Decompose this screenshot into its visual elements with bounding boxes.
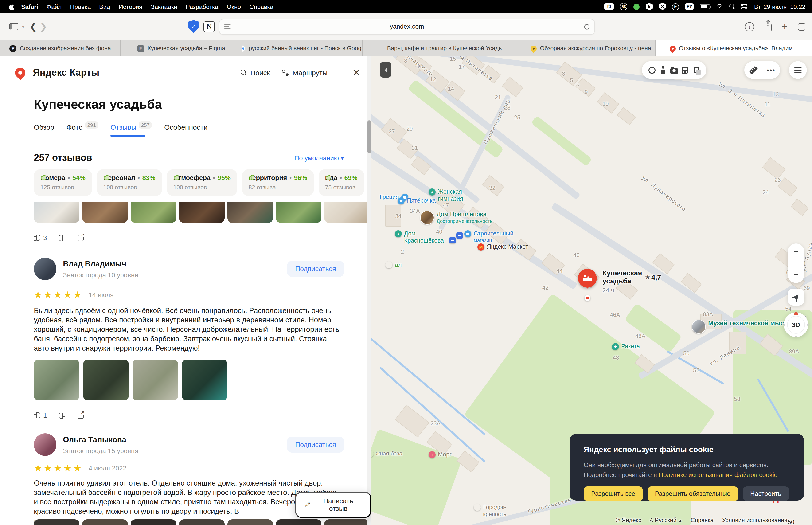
search-button[interactable]: Поиск bbox=[241, 69, 270, 77]
reviewer-name[interactable]: Ольга Талыкова bbox=[63, 435, 138, 444]
review-photo[interactable] bbox=[131, 201, 176, 223]
place-tab[interactable]: Отзывы 257 bbox=[110, 123, 152, 139]
map-poi[interactable]: Яндекс Маркет bbox=[477, 243, 528, 251]
more-tools-icon[interactable]: ••• bbox=[766, 65, 776, 75]
menubar-clock[interactable]: Вт, 29 июля 10:22 bbox=[754, 3, 806, 10]
menu-view[interactable]: Вид bbox=[95, 3, 114, 10]
review-photo[interactable] bbox=[182, 360, 227, 401]
review-photo[interactable] bbox=[179, 519, 225, 525]
review-photo[interactable] bbox=[34, 519, 79, 525]
place-tab[interactable]: Обзор bbox=[34, 123, 54, 139]
menu-help[interactable]: Справка bbox=[245, 3, 278, 10]
browser-tab[interactable]: ✱ Создание изображения без фона bbox=[0, 41, 121, 56]
status-green-icon[interactable] bbox=[634, 3, 640, 10]
language-selector[interactable]: А Русский ▲ bbox=[650, 517, 682, 524]
dislike-button[interactable] bbox=[59, 235, 65, 241]
scrollbar-thumb[interactable] bbox=[367, 120, 370, 153]
menu-bookmarks[interactable]: Закладки bbox=[147, 3, 182, 10]
review-photo[interactable] bbox=[276, 519, 321, 525]
zoom-in-button[interactable]: + bbox=[794, 247, 799, 256]
menu-edit[interactable]: Правка bbox=[66, 3, 95, 10]
like-button[interactable] bbox=[34, 235, 40, 241]
control-center-icon[interactable] bbox=[741, 3, 748, 10]
yandex-maps-logo-icon[interactable] bbox=[13, 65, 28, 80]
url-text[interactable]: yandex.com bbox=[390, 23, 424, 30]
share-review-button[interactable] bbox=[78, 412, 83, 419]
map-poi[interactable]: Городок- крепость bbox=[474, 504, 506, 518]
panoramas-icon[interactable] bbox=[658, 65, 668, 75]
copyright[interactable]: © Яндекс bbox=[616, 517, 641, 524]
aspect-chip[interactable]: Атмосфера • 95% 100 отзывов bbox=[167, 169, 237, 196]
avatar[interactable] bbox=[34, 258, 56, 280]
password-manager-icon[interactable]: ⚿ bbox=[604, 3, 614, 10]
help-link[interactable]: Справка bbox=[691, 517, 714, 524]
review-photo[interactable] bbox=[324, 519, 370, 525]
new-tab-button[interactable]: + bbox=[782, 21, 787, 32]
menu-file[interactable]: Файл bbox=[42, 3, 66, 10]
routes-button[interactable]: Маршруты bbox=[282, 69, 327, 77]
adblock-extension-icon[interactable]: ✓ bbox=[188, 20, 199, 33]
map-poi[interactable] bbox=[456, 232, 465, 239]
close-panel-button[interactable]: ✕ bbox=[352, 67, 360, 78]
sidebar-chevron-icon[interactable]: ∨ bbox=[21, 24, 25, 29]
aspect-chip[interactable]: Номера • 54% 125 отзывов bbox=[34, 169, 92, 196]
menu-history[interactable]: История bbox=[114, 3, 147, 10]
map-poi[interactable]: Дом Краснощёкова bbox=[395, 230, 444, 244]
hotel-marker-icon[interactable] bbox=[578, 269, 597, 288]
reader-icon[interactable] bbox=[224, 24, 231, 30]
review-photo[interactable] bbox=[82, 201, 128, 223]
browser-tab[interactable]: Бары, кафе и трактир в Купеческой Усадь.… bbox=[363, 41, 532, 56]
forward-button[interactable]: ❯ bbox=[40, 21, 47, 32]
reviewer-name[interactable]: Влад Владимыч bbox=[63, 259, 138, 268]
share-review-button[interactable] bbox=[78, 235, 83, 241]
cookie-policy-link[interactable]: Политике использования файлов cookie bbox=[659, 471, 778, 479]
marker-label[interactable]: Купеческая усадьба★4,7 24 ч bbox=[602, 269, 661, 294]
battery-icon[interactable] bbox=[700, 4, 710, 9]
cookie-allow-all-button[interactable]: Разрешить все bbox=[584, 486, 643, 501]
map-poi[interactable]: Дом Пришлецова Достопримечательность bbox=[420, 211, 492, 225]
cookie-configure-button[interactable]: Настроить bbox=[743, 486, 789, 501]
cookie-allow-required-button[interactable]: Разрешить обязательные bbox=[647, 486, 738, 501]
place-tab[interactable]: Особенности bbox=[164, 123, 208, 139]
menu-safari[interactable]: Safari bbox=[17, 3, 42, 10]
review-photo[interactable] bbox=[179, 201, 225, 223]
place-tab[interactable]: Фото 291 bbox=[66, 123, 98, 139]
map-poi[interactable]: ал bbox=[385, 261, 402, 268]
review-photo[interactable] bbox=[227, 201, 273, 223]
place-marker[interactable]: Купеческая усадьба★4,7 24 ч bbox=[578, 269, 597, 288]
back-button[interactable]: ❮ bbox=[29, 21, 37, 32]
transport-icon[interactable] bbox=[680, 65, 690, 75]
brand-title[interactable]: Яндекс Карты bbox=[33, 67, 99, 78]
review-photo[interactable] bbox=[227, 519, 273, 525]
review-photo[interactable] bbox=[82, 519, 128, 525]
reload-icon[interactable] bbox=[584, 23, 590, 30]
map-canvas[interactable]: 8101214151713113579212325192729313234А34… bbox=[371, 56, 812, 525]
review-photo[interactable] bbox=[133, 360, 178, 401]
review-photo[interactable] bbox=[131, 519, 176, 525]
map-poi[interactable]: Строительный магазин bbox=[464, 230, 514, 243]
menu-window[interactable]: Окно bbox=[223, 3, 245, 10]
map-poi[interactable]: Ракета bbox=[612, 343, 640, 350]
sort-dropdown[interactable]: По умолчанию ▾ bbox=[294, 154, 344, 162]
follow-button[interactable]: Подписаться bbox=[287, 437, 344, 453]
shield-x-icon[interactable]: ✕ bbox=[659, 3, 666, 10]
notion-extension-icon[interactable]: N bbox=[203, 21, 215, 32]
aspect-chip[interactable]: Еда • 69% 75 отзывов bbox=[319, 169, 364, 196]
follow-button[interactable]: Подписаться bbox=[287, 261, 344, 277]
share-button[interactable] bbox=[764, 24, 771, 31]
address-bar[interactable]: yandex.com bbox=[219, 18, 595, 34]
map-poi[interactable]: Женская гимназия bbox=[429, 189, 463, 202]
review-photo[interactable] bbox=[324, 201, 370, 223]
layers-ring-icon[interactable] bbox=[647, 65, 657, 75]
downloads-button[interactable]: ↓ bbox=[745, 22, 754, 31]
photos-icon[interactable] bbox=[669, 65, 679, 75]
play-icon[interactable]: ▶ bbox=[672, 3, 679, 10]
review-photo[interactable] bbox=[34, 360, 79, 401]
k-app-icon[interactable]: k bbox=[646, 3, 653, 10]
aspect-chip[interactable]: Территория • 96% 82 отзыва bbox=[242, 169, 314, 196]
write-review-button[interactable]: ✎ Написать отзыв bbox=[295, 492, 371, 518]
map-poi[interactable]: Музей технической мысл bbox=[692, 320, 788, 334]
dislike-button[interactable] bbox=[59, 412, 65, 418]
spotlight-icon[interactable] bbox=[729, 4, 735, 10]
browser-tab[interactable]: F Купеческая усадьба – Figma bbox=[121, 41, 242, 56]
